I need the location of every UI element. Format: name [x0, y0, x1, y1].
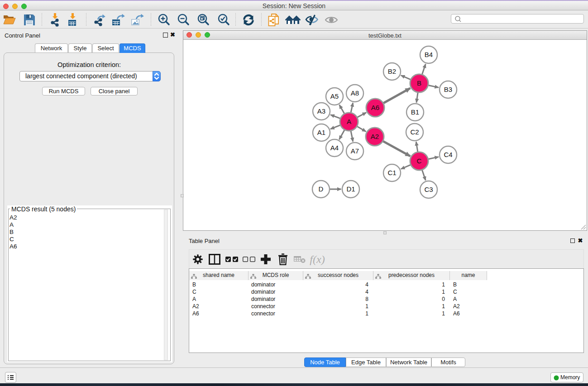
svg-text:A3: A3: [317, 107, 325, 115]
svg-text:A7: A7: [351, 147, 359, 155]
svg-text:C1: C1: [387, 169, 396, 176]
svg-text:C4: C4: [444, 151, 452, 158]
svg-text:B4: B4: [425, 51, 433, 58]
svg-text:A1: A1: [317, 129, 325, 136]
svg-text:D1: D1: [346, 185, 355, 193]
svg-text:A8: A8: [351, 89, 359, 97]
svg-text:B2: B2: [388, 67, 396, 75]
svg-text:D: D: [319, 185, 324, 193]
svg-text:A5: A5: [330, 92, 339, 100]
svg-text:A2: A2: [371, 133, 379, 140]
svg-text:B: B: [417, 79, 421, 87]
svg-text:B3: B3: [444, 86, 452, 93]
svg-text:A: A: [347, 118, 351, 125]
svg-text:B1: B1: [411, 108, 419, 116]
svg-text:A4: A4: [330, 144, 339, 152]
svg-text:C2: C2: [410, 128, 419, 136]
svg-text:A6: A6: [371, 104, 379, 111]
svg-text:C: C: [417, 157, 422, 165]
svg-text:C3: C3: [424, 186, 433, 193]
